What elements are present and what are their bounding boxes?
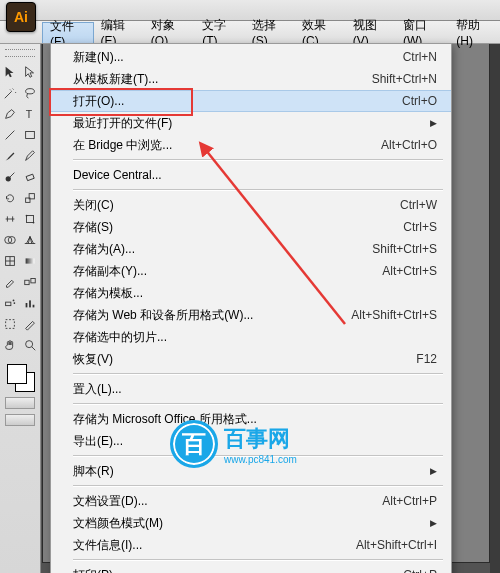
svg-rect-14 [26,258,35,263]
width-tool-icon[interactable] [0,209,20,229]
menu-item[interactable]: 存储为模板... [51,282,451,304]
rotate-tool-icon[interactable] [0,188,20,208]
menu-item[interactable]: 置入(L)... [51,378,451,400]
menu-item[interactable]: 文档颜色模式(M)▶ [51,512,451,534]
menu-item[interactable]: 最近打开的文件(F)▶ [51,112,451,134]
menu-7[interactable]: 窗口(W) [396,21,449,43]
menu-item[interactable]: 存储为 Web 和设备所用格式(W)...Alt+Shift+Ctrl+S [51,304,451,326]
menu-item[interactable]: 文档设置(D)...Alt+Ctrl+P [51,490,451,512]
slice-tool-icon[interactable] [20,314,40,334]
fill-stroke-swatches[interactable] [5,362,35,392]
menu-item-shortcut: Alt+Ctrl+P [382,494,437,508]
watermark-url: www.pc841.com [224,454,297,465]
lasso-tool-icon[interactable] [20,83,40,103]
svg-point-19 [14,302,16,304]
eraser-tool-icon[interactable] [20,167,40,187]
vertical-scrollbar[interactable] [490,43,500,573]
svg-rect-8 [27,216,34,223]
paintbrush-tool-icon[interactable] [0,146,20,166]
menu-1[interactable]: 编辑(E) [94,21,144,43]
perspective-grid-tool-icon[interactable] [20,230,40,250]
svg-rect-5 [26,174,34,181]
scale-tool-icon[interactable] [20,188,40,208]
shape-builder-tool-icon[interactable] [0,230,20,250]
rectangle-tool-icon[interactable] [20,125,40,145]
zoom-tool-icon[interactable] [20,335,40,355]
svg-point-24 [26,341,33,348]
svg-rect-22 [33,305,35,308]
menu-item[interactable]: 关闭(C)Ctrl+W [51,194,451,216]
menu-item[interactable]: Device Central... [51,164,451,186]
symbol-sprayer-tool-icon[interactable] [0,293,20,313]
menu-item-label: 恢复(V) [73,351,404,368]
menu-item[interactable]: 存储副本(Y)...Alt+Ctrl+S [51,260,451,282]
type-tool-icon[interactable]: T [20,104,40,124]
menu-item-shortcut: Shift+Ctrl+S [372,242,437,256]
pen-tool-icon[interactable] [0,104,20,124]
gradient-tool-icon[interactable] [20,251,40,271]
menu-6[interactable]: 视图(V) [346,21,396,43]
magic-wand-tool-icon[interactable] [0,83,20,103]
watermark-pc841: 百 百事网 www.pc841.com [170,420,297,468]
menu-0[interactable]: 文件(F) [42,22,94,43]
svg-point-18 [13,300,15,302]
menu-item-label: 存储选中的切片... [73,329,437,346]
menu-item[interactable]: 打印(P)...Ctrl+P [51,564,451,573]
menu-item[interactable]: 存储为(A)...Shift+Ctrl+S [51,238,451,260]
menu-separator [73,159,443,161]
menu-item-label: 置入(L)... [73,381,437,398]
menu-4[interactable]: 选择(S) [245,21,295,43]
artboard-tool-icon[interactable] [0,314,20,334]
menu-item-label: 打印(P)... [73,567,391,574]
menu-item-label: 关闭(C) [73,197,388,214]
submenu-arrow-icon: ▶ [430,518,437,528]
pencil-tool-icon[interactable] [20,146,40,166]
menu-item-label: 从模板新建(T)... [73,71,360,88]
app-window: Ai 文件(F)编辑(E)对象(O)文字(T)选择(S)效果(C)视图(V)窗口… [0,0,500,573]
screen-mode-toggle[interactable] [5,414,35,426]
menu-item-label: 在 Bridge 中浏览... [73,137,369,154]
direct-selection-tool-icon[interactable] [20,62,40,82]
watermark-title: 百事网 [224,424,297,454]
menu-item-shortcut: Alt+Ctrl+O [381,138,437,152]
line-tool-icon[interactable] [0,125,20,145]
blob-brush-tool-icon[interactable] [0,167,20,187]
app-logo: Ai [6,2,36,32]
menu-item-label: 存储为 Web 和设备所用格式(W)... [73,307,339,324]
menu-item-label: 新建(N)... [73,49,391,66]
menu-item[interactable]: 从模板新建(T)...Shift+Ctrl+N [51,68,451,90]
menu-item[interactable]: 在 Bridge 中浏览...Alt+Ctrl+O [51,134,451,156]
menu-5[interactable]: 效果(C) [295,21,346,43]
menu-item[interactable]: 存储(S)Ctrl+S [51,216,451,238]
free-transform-tool-icon[interactable] [20,209,40,229]
menu-item-shortcut: F12 [416,352,437,366]
blend-tool-icon[interactable] [20,272,40,292]
svg-rect-3 [26,132,35,139]
menu-separator [73,485,443,487]
menu-item[interactable]: 打开(O)...Ctrl+O [51,90,451,112]
menu-2[interactable]: 对象(O) [144,21,195,43]
menu-8[interactable]: 帮助(H) [449,21,500,43]
menu-item-label: 最近打开的文件(F) [73,115,418,132]
menu-item[interactable]: 存储选中的切片... [51,326,451,348]
hand-tool-icon[interactable] [0,335,20,355]
selection-tool-icon[interactable] [0,62,20,82]
svg-rect-15 [25,280,29,284]
menu-item-label: Device Central... [73,168,437,182]
menu-item-shortcut: Ctrl+P [403,568,437,573]
column-graph-tool-icon[interactable] [20,293,40,313]
menu-item[interactable]: 新建(N)...Ctrl+N [51,46,451,68]
menu-item[interactable]: 恢复(V)F12 [51,348,451,370]
menu-item-shortcut: Shift+Ctrl+N [372,72,437,86]
tool-panel: T [0,43,41,573]
menu-item[interactable]: 文件信息(I)...Alt+Shift+Ctrl+I [51,534,451,556]
panel-grip[interactable] [5,49,35,57]
svg-point-9 [26,215,28,217]
eyedropper-tool-icon[interactable] [0,272,20,292]
menubar: 文件(F)编辑(E)对象(O)文字(T)选择(S)效果(C)视图(V)窗口(W)… [0,21,500,44]
color-mode-toggle[interactable] [5,397,35,409]
menu-3[interactable]: 文字(T) [195,21,245,43]
svg-point-0 [26,89,35,94]
svg-rect-16 [31,279,35,283]
mesh-tool-icon[interactable] [0,251,20,271]
